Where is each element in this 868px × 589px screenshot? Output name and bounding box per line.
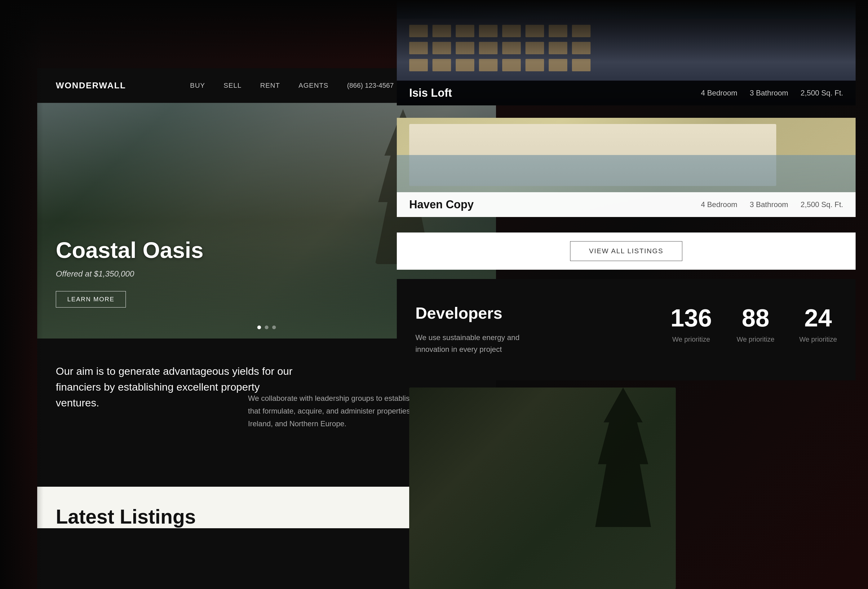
property-specs-isis-loft: 4 Bedroom 3 Bathroom 2,500 Sq. Ft. [701, 89, 843, 97]
hero-content: Coastal Oasis Offered at $1,350,000 LEAR… [56, 238, 203, 307]
stat-label-3: We prioritize [799, 335, 837, 344]
sqft-haven-copy: 2,500 Sq. Ft. [801, 200, 843, 209]
left-fade-overlay [0, 0, 43, 589]
stats-desc-line1: We use sustainable energy and [415, 332, 646, 344]
stat-number-1: 136 [670, 304, 712, 332]
stat-item-1: 136 We prioritize [670, 304, 712, 344]
nav-sell[interactable]: SELL [223, 81, 242, 90]
property-name-isis-loft: Isis Loft [409, 87, 701, 99]
sqft-isis-loft: 2,500 Sq. Ft. [801, 89, 843, 97]
hero-title: Coastal Oasis [56, 238, 203, 263]
view-all-section: VIEW ALL LISTINGS [397, 232, 856, 270]
stat-label-1: We prioritize [670, 335, 712, 344]
stats-heading: Developers [415, 304, 646, 322]
hero-learn-more-button[interactable]: LEARN MORE [56, 291, 126, 307]
property-name-haven-copy: Haven Copy [409, 198, 701, 211]
stat-item-3: 24 We prioritize [799, 304, 837, 344]
property-specs-haven-copy: 4 Bedroom 3 Bathroom 2,500 Sq. Ft. [701, 200, 843, 209]
hero-subtitle: Offered at $1,350,000 [56, 269, 203, 279]
top-fade-overlay [0, 0, 868, 62]
bottom-tree-decoration [595, 388, 651, 527]
stats-desc-line2: innovation in every project [415, 344, 646, 355]
nav-phone: (866) 123-4567 [347, 81, 394, 90]
nav-buy[interactable]: BUY [190, 81, 205, 90]
bathrooms-isis-loft: 3 Bathroom [750, 89, 788, 97]
bathrooms-haven-copy: 3 Bathroom [750, 200, 788, 209]
stat-number-2: 88 [737, 304, 774, 332]
stats-section: Developers We use sustainable energy and… [397, 279, 856, 380]
dot-2[interactable] [265, 326, 269, 329]
nav-rent[interactable]: RENT [260, 81, 280, 90]
stat-number-3: 24 [799, 304, 837, 332]
nav-agents[interactable]: AGENTS [298, 81, 328, 90]
property-info-haven-copy: Haven Copy 4 Bedroom 3 Bathroom 2,500 Sq… [397, 192, 856, 217]
stat-item-2: 88 We prioritize [737, 304, 774, 344]
stats-numbers: 136 We prioritize 88 We prioritize 24 We… [670, 304, 837, 344]
nav-links: BUY SELL RENT AGENTS [190, 81, 328, 90]
dot-1[interactable] [257, 326, 261, 329]
hero-dots [257, 326, 276, 329]
bedrooms-isis-loft: 4 Bedroom [701, 89, 737, 97]
view-all-listings-button[interactable]: VIEW ALL LISTINGS [570, 241, 682, 261]
brand-logo: WONDERWALL [56, 81, 126, 90]
bedrooms-haven-copy: 4 Bedroom [701, 200, 737, 209]
property-card-haven-copy[interactable]: Haven Copy 4 Bedroom 3 Bathroom 2,500 Sq… [397, 118, 856, 217]
right-panel: Isis Loft 4 Bedroom 3 Bathroom 2,500 Sq.… [397, 0, 856, 589]
stat-label-2: We prioritize [737, 335, 774, 344]
bottom-property-image [409, 388, 676, 589]
stats-description: Developers We use sustainable energy and… [415, 304, 646, 356]
property-info-isis-loft: Isis Loft 4 Bedroom 3 Bathroom 2,500 Sq.… [397, 81, 856, 105]
dot-3[interactable] [272, 326, 276, 329]
